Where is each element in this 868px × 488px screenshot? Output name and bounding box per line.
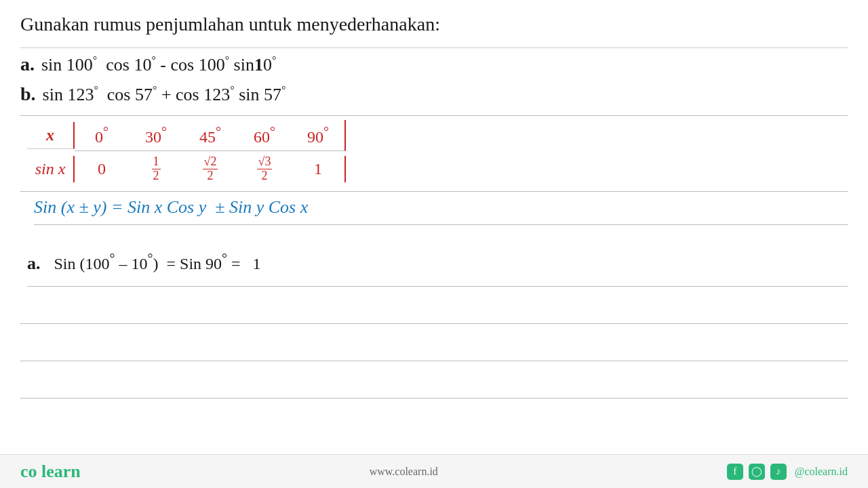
social-icons: f ◯ ♪ [727, 464, 787, 480]
problem-b-text: sin 123° cos 57° + cos 123° sin 57° [43, 84, 286, 105]
answer-a-text: Sin (100° – 10°) = Sin 90° = 1 [46, 251, 261, 273]
footer-logo-learn: learn [41, 462, 81, 481]
trig-table-val-60: √3 2 [237, 151, 292, 187]
trig-table: x 0° 30° 45° 60° 90° sin x 0 1 2 [27, 120, 841, 187]
trig-table-sinx-label: sin x [27, 156, 75, 182]
footer-logo: co learn [20, 462, 81, 482]
trig-table-col-0: 0° [75, 120, 129, 151]
formula-text: Sin (x ± y) = Sin x Cos y ± Sin y Cos x [34, 197, 308, 217]
trig-table-col-60: 60° [237, 120, 292, 151]
trig-table-col-45: 45° [183, 120, 237, 151]
problem-b: b. sin 123° cos 57° + cos 123° sin 57° [20, 83, 848, 105]
instagram-icon: ◯ [749, 464, 765, 480]
problem-a-text: sin 100° cos 10° - cos 100° sin10° [41, 54, 276, 75]
formula-line: Sin (x ± y) = Sin x Cos y ± Sin y Cos x [34, 197, 848, 225]
answer-a-label: a. [27, 253, 41, 274]
empty-line-2 [20, 324, 848, 361]
problem-a-label: a. [20, 54, 35, 75]
answer-section: a. Sin (100° – 10°) = Sin 90° = 1 [27, 251, 848, 287]
main-content: Gunakan rumus penjumlahan untuk menyeder… [0, 0, 868, 405]
tiktok-icon: ♪ [770, 464, 787, 480]
trig-table-sinx-row: sin x 0 1 2 √2 2 √3 [27, 151, 841, 187]
trig-table-col-30: 30° [129, 120, 183, 151]
footer: co learn www.colearn.id f ◯ ♪ @colearn.i… [0, 454, 868, 488]
trig-table-val-30: 1 2 [129, 151, 183, 187]
problem-a: a. sin 100° cos 10° - cos 100° sin10° [20, 54, 848, 75]
facebook-icon: f [727, 464, 743, 480]
trig-table-header-row: x 0° 30° 45° 60° 90° [27, 120, 841, 151]
trig-table-val-0: 0 [75, 156, 129, 182]
trig-table-val-90: 1 [292, 156, 346, 182]
page-title: Gunakan rumus penjumlahan untuk menyeder… [20, 14, 848, 35]
problem-b-label: b. [20, 83, 36, 105]
trig-table-x-label: x [27, 122, 75, 149]
empty-line-3 [20, 361, 848, 399]
answer-a-line: a. Sin (100° – 10°) = Sin 90° = 1 [27, 251, 848, 274]
footer-social: f ◯ ♪ @colearn.id [727, 464, 848, 480]
trig-table-val-45: √2 2 [183, 151, 237, 187]
footer-logo-co: co [20, 462, 37, 481]
trig-table-col-90: 90° [292, 120, 346, 151]
trig-table-section: x 0° 30° 45° 60° 90° sin x 0 1 2 [20, 115, 848, 192]
footer-social-handle: @colearn.id [795, 466, 848, 478]
empty-line-1 [20, 287, 848, 324]
footer-website: www.colearn.id [370, 466, 438, 478]
